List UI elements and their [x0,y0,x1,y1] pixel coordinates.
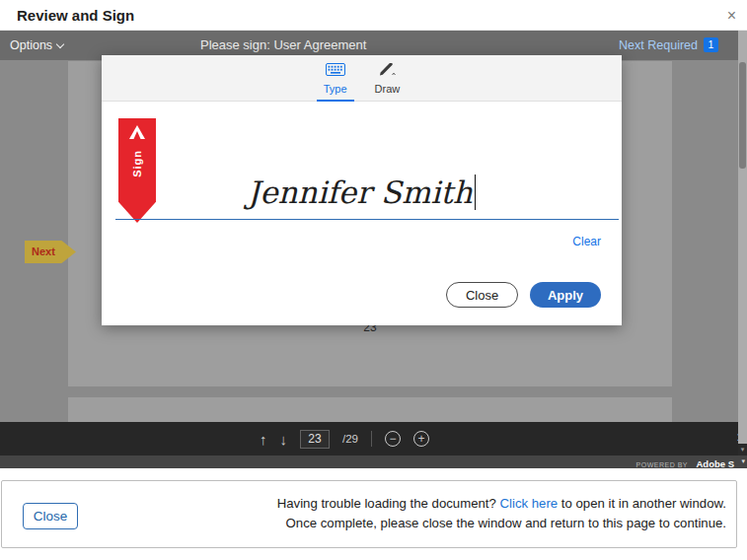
scrollbar-down-icon[interactable]: ▾ [738,444,747,455]
click-here-link[interactable]: Click here [500,496,559,511]
trouble-line1-suffix: to open it in another window. [558,496,726,511]
pdf-toolbar: ↑ ↓ /29 − + › [0,422,747,455]
footer-close-button[interactable]: Close [23,503,78,529]
page-number-input[interactable] [300,430,330,449]
brand-dropdown-icon[interactable]: ▾ [741,457,745,465]
document-page-24 [68,397,672,422]
adobe-logo-icon [129,125,145,143]
review-and-sign-window: Review and Sign × Options Please sign: U… [0,0,747,560]
clear-link[interactable]: Clear [572,235,601,248]
dialog-close-button[interactable]: Close [446,282,518,308]
page-up-icon[interactable]: ↑ [260,431,267,448]
powered-by: POWERED BY Adobe S [636,455,734,471]
next-required-count-badge: 1 [704,37,718,52]
vertical-scrollbar[interactable]: ▾ [738,31,747,455]
signature-canvas: Sign Jennifer Smith Clear Close Apply [102,102,622,325]
pen-icon [379,62,396,80]
options-menu[interactable]: Options [10,31,63,60]
trouble-help-text: Having trouble loading the document? Cli… [262,494,726,532]
keyboard-icon [326,62,345,80]
signature-text: Jennifer Smith [248,175,473,210]
typed-signature-field[interactable]: Jennifer Smith [102,175,622,210]
chevron-down-icon [56,40,64,48]
toolbar-divider [371,431,372,447]
tab-draw-label: Draw [375,83,401,95]
next-required-button[interactable]: Next Required1 [619,31,718,60]
page-navigation: ↑ ↓ /29 − + [260,422,429,455]
tab-type[interactable]: Type [317,55,354,102]
close-icon[interactable]: × [727,0,736,31]
tab-draw[interactable]: Draw [368,55,408,102]
titlebar: Review and Sign × [0,0,747,31]
tab-type-label: Type [324,83,347,95]
adobe-brand-label: Adobe S [696,458,734,469]
signature-baseline [115,219,619,220]
zoom-in-icon[interactable]: + [413,431,429,447]
page-total-label: /29 [342,433,358,445]
zoom-out-icon[interactable]: − [385,431,401,447]
sign-ribbon-label: Sign [131,150,143,177]
page-title: Review and Sign [17,0,134,31]
powered-by-strip: POWERED BY Adobe S ▾ [0,455,747,468]
footer-panel: Close Having trouble loading the documen… [1,480,737,548]
trouble-line1-prefix: Having trouble loading the document? [277,496,500,511]
options-label: Options [10,38,52,52]
powered-by-label: POWERED BY [636,461,688,468]
next-required-label: Next Required [619,38,698,52]
apply-button[interactable]: Apply [530,282,601,308]
trouble-line2: Once complete, please close the window a… [286,516,726,530]
page-down-icon[interactable]: ↓ [280,431,288,448]
scrollbar-thumb[interactable] [739,62,746,169]
text-caret [475,175,477,210]
signature-tabs: Type Draw [102,55,622,102]
dialog-buttons: Close Apply [446,282,601,308]
signature-dialog: Type Draw Sign Jennifer Smith Clear [102,55,622,325]
